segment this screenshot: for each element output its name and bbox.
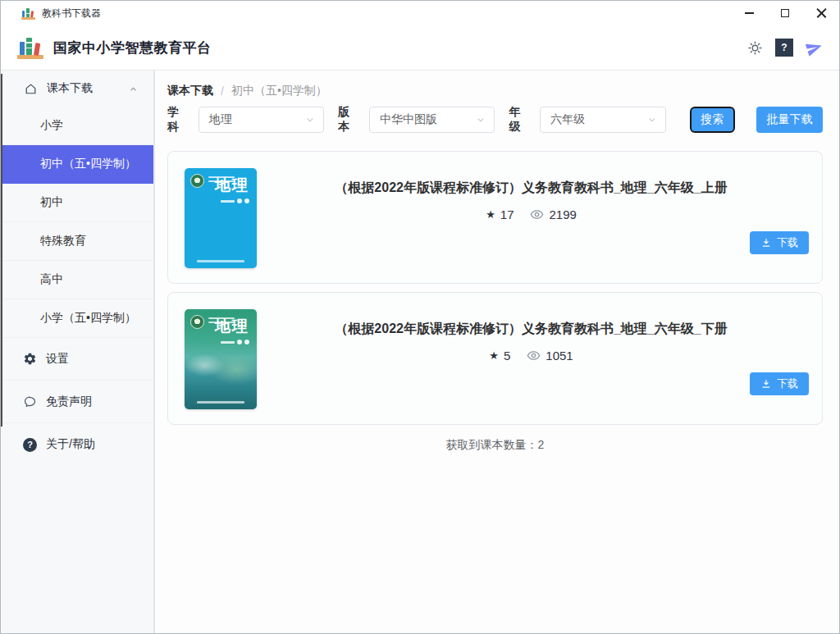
book-cover-image: 地理 [185,168,257,268]
result-count-label: 获取到课本数量： [446,438,538,451]
star-count: 17 [500,208,514,221]
chat-bubble-icon [23,395,37,408]
filter-bar: 学科 地理 版本 中华中图版 年级 六年级 搜索 [167,105,823,135]
star-count: 5 [504,349,510,363]
app-icon [21,7,35,20]
grade-select-value: 六年级 [550,112,646,127]
cover-publisher-text [197,260,244,262]
sidebar-item-about-help[interactable]: ? 关于/帮助 [1,423,153,466]
subject-select-value: 地理 [209,112,305,127]
cover-publisher-text [197,401,244,404]
book-card: 地理 （根据2022年版课程标准修订）义务教育教科书_地理_六年级_下册 ★ 5 [167,292,823,425]
edition-select-value: 中华中图版 [380,112,476,127]
window-controls [731,1,839,25]
batch-download-label: 批量下载 [767,112,813,127]
header-actions: ? [746,39,823,57]
search-button-label: 搜索 [701,112,724,127]
sidebar-item-settings[interactable]: 设置 [1,338,153,381]
batch-download-button[interactable]: 批量下载 [756,107,823,133]
sidebar-item-disclaimer[interactable]: 免责声明 [1,381,153,423]
app-header: 国家中小学智慧教育平台 ? [1,25,839,71]
breadcrumb-root[interactable]: 课本下载 [167,84,213,98]
edition-select[interactable]: 中华中图版 [369,107,495,133]
cover-emblem-icon [190,315,204,329]
views-count: 2199 [549,208,576,221]
maximize-icon [781,9,789,17]
bookshelf-logo-icon [17,36,43,59]
download-icon [760,237,772,249]
result-count-value: 2 [538,438,545,451]
minimize-button[interactable] [731,1,767,25]
chevron-down-icon [646,114,658,125]
eye-icon [530,208,544,221]
book-card: 地理 （根据2022年版课程标准修订）义务教育教科书_地理_六年级_上册 ★ 1… [167,151,823,284]
cover-subtitle [221,340,249,344]
maximize-button[interactable] [767,1,803,25]
chevron-up-icon [128,84,139,94]
sidebar-item-senior-school[interactable]: 高中 [1,261,153,299]
star-icon: ★ [486,208,495,221]
home-icon [24,82,38,96]
book-stats: ★ 17 2199 [486,208,577,221]
book-info: （根据2022年版课程标准修订）义务教育教科书_地理_六年级_下册 ★ 5 [257,309,806,408]
sidebar-item-textbook-download[interactable]: 课本下载 [1,71,153,107]
grade-select[interactable]: 六年级 [540,107,666,133]
views-count: 1051 [546,349,573,363]
search-button[interactable]: 搜索 [690,107,735,133]
theme-sun-icon[interactable] [746,39,764,57]
eye-icon [527,349,541,363]
book-info: （根据2022年版课程标准修订）义务教育教科书_地理_六年级_上册 ★ 17 [257,168,806,267]
star-stat: ★ 5 [489,349,510,363]
titlebar: 教科书下载器 [1,1,839,25]
sidebar-item-primary-54-system[interactable]: 小学（五•四学制） [1,299,153,338]
chevron-down-icon [475,114,486,125]
book-stats: ★ 5 1051 [489,349,573,363]
settings-label: 设置 [46,352,69,367]
views-stat: 1051 [527,349,573,363]
page-title: 国家中小学智慧教育平台 [53,39,212,57]
edition-label: 版本 [338,105,361,135]
views-stat: 2199 [530,208,576,221]
main-content: 课本下载 / 初中（五•四学制） 学科 地理 版本 中华中图版 年级 六年级 [155,71,839,633]
sidebar-item-special-education[interactable]: 特殊教育 [1,222,153,261]
window-title: 教科书下载器 [42,7,101,21]
help-circle-icon: ? [23,438,37,452]
cover-title: 地理 [215,316,249,337]
body: 课本下载 小学 初中（五•四学制） 初中 特殊教育 高中 小学（五•四学制） 设… [1,71,839,633]
book-list: 地理 （根据2022年版课程标准修订）义务教育教科书_地理_六年级_上册 ★ 1… [167,151,823,425]
subject-select[interactable]: 地理 [199,107,325,133]
star-icon: ★ [489,349,499,362]
book-cover-image: 地理 [185,309,257,409]
cover-subtitle [221,198,249,203]
sidebar: 课本下载 小学 初中（五•四学制） 初中 特殊教育 高中 小学（五•四学制） 设… [1,71,155,633]
cover-title: 地理 [215,175,249,196]
send-plane-icon[interactable] [805,39,823,57]
cover-emblem-icon [190,174,204,188]
book-title: （根据2022年版课程标准修订）义务教育教科书_地理_六年级_下册 [335,321,727,338]
gear-icon [23,352,37,366]
download-button[interactable]: 下载 [750,231,809,254]
download-button[interactable]: 下载 [750,372,809,395]
sidebar-item-junior-school[interactable]: 初中 [1,184,153,222]
help-question-glyph: ? [777,40,792,56]
app-window: 教科书下载器 国家中小学智慧教育平台 ? [0,0,840,634]
book-title: （根据2022年版课程标准修订）义务教育教科书_地理_六年级_上册 [335,180,727,197]
help-icon[interactable]: ? [775,39,793,57]
download-button-label: 下载 [777,235,798,250]
sidebar-root-label: 课本下载 [47,81,93,96]
close-icon [816,8,827,19]
breadcrumb: 课本下载 / 初中（五•四学制） [167,83,823,98]
breadcrumb-current: 初中（五•四学制） [231,84,327,98]
close-button[interactable] [803,1,839,25]
minimize-icon [745,12,754,14]
star-stat: ★ 17 [486,208,514,221]
about-help-label: 关于/帮助 [46,437,95,452]
result-count: 获取到课本数量：2 [167,438,823,453]
download-icon [760,378,772,390]
download-button-label: 下载 [777,376,798,391]
breadcrumb-separator: / [221,84,224,98]
sidebar-item-junior-54-system[interactable]: 初中（五•四学制） [1,145,153,184]
chevron-down-icon [304,114,316,125]
sidebar-item-primary-school[interactable]: 小学 [1,107,153,145]
grade-label: 年级 [509,105,532,135]
